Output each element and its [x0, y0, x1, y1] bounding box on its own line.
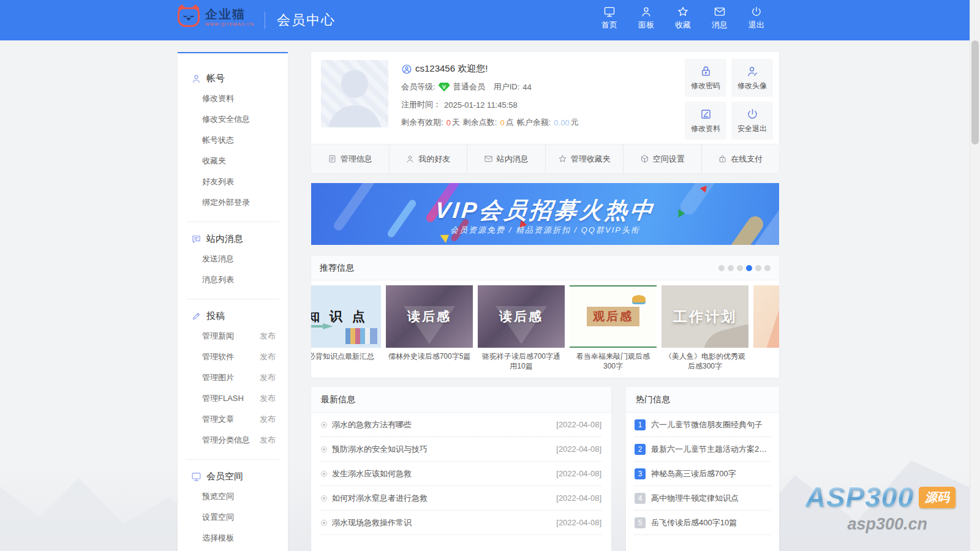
hot-item[interactable]: 2 最新六一儿童节主题活动方案2020	[635, 437, 771, 462]
carousel-dot[interactable]	[737, 265, 743, 271]
carousel-dot[interactable]	[728, 265, 734, 271]
news-item[interactable]: 如何对溺水窒息者进行急救 [2022-04-08]	[321, 486, 601, 511]
sidebar-item-edit-security[interactable]: 修改安全信息	[178, 109, 288, 130]
sidebar-item-manage-news[interactable]: 管理新闻发布	[178, 326, 288, 347]
carousel-dot-active[interactable]	[746, 265, 752, 271]
brand-logo[interactable]: 企业猫 WWW.QIYEMAO.CN	[178, 7, 254, 27]
level-value: 普通会员	[453, 81, 485, 92]
news-item[interactable]: 溺水的急救方法有哪些 [2022-04-08]	[321, 413, 601, 437]
tab-manage-info[interactable]: 管理信息	[311, 144, 389, 173]
publish-link[interactable]: 发布	[260, 435, 276, 446]
section-title: 投稿	[206, 310, 225, 322]
rank-badge: 2	[635, 444, 646, 455]
section-title: 站内消息	[206, 233, 243, 245]
publish-link[interactable]: 发布	[260, 372, 276, 383]
page-scrollbar-track[interactable]	[970, 0, 980, 551]
recommend-card-3[interactable]: 读后感 骆驼祥子读后感700字通用10篇	[478, 285, 565, 372]
vip-banner[interactable]: VIP会员招募火热中 会员资源免费 / 精品资源折扣 / QQ群VIP头衔	[311, 183, 779, 245]
publish-link[interactable]: 发布	[260, 331, 276, 342]
main-content: cs123456 欢迎您! 会员等级: 普通会员 用户ID: 44 注册时间： …	[311, 52, 779, 551]
nav-item-panel[interactable]: 面板	[631, 6, 662, 31]
tab-my-friends[interactable]: 我的好友	[389, 144, 467, 173]
page-scrollbar-thumb[interactable]	[971, 40, 979, 144]
sidebar-item-friend-list[interactable]: 好友列表	[178, 171, 288, 192]
carousel-dot[interactable]	[764, 265, 771, 271]
welcome-line: cs123456 欢迎您!	[401, 63, 579, 75]
header-nav: 首页 面板 收藏 消息 退出	[594, 6, 772, 31]
nav-item-home[interactable]: 首页	[594, 6, 625, 31]
sidebar-item-message-list[interactable]: 消息列表	[178, 269, 288, 290]
news-item[interactable]: 预防溺水的安全知识与技巧 [2022-04-08]	[321, 437, 601, 462]
watermark-brand: ASP300	[805, 481, 914, 514]
publish-link[interactable]: 发布	[260, 351, 276, 362]
cat-logo-icon	[178, 7, 200, 27]
sidebar-item-favorites-folder[interactable]: 收藏夹	[178, 151, 288, 171]
sidebar-item-manage-classified[interactable]: 管理分类信息发布	[178, 430, 288, 451]
sidebar-item-manage-flash[interactable]: 管理FLASH发布	[178, 388, 288, 409]
safe-logout-button[interactable]: 安全退出	[731, 102, 773, 140]
recommend-card-1[interactable]: 知 识 点 史必背知识点最新汇总	[311, 285, 381, 372]
points-value: 0	[500, 118, 504, 127]
sidebar-item-choose-template[interactable]: 选择模板	[178, 528, 288, 549]
news-item[interactable]: 发生溺水应该如何急救 [2022-04-08]	[321, 462, 601, 486]
recommend-card-2[interactable]: 读后感 儒林外史读后感700字5篇	[386, 285, 473, 372]
edit-profile-button[interactable]: 修改资料	[685, 102, 726, 140]
thumbnail-holiday	[753, 285, 779, 348]
card-caption: 史必背知识点最新汇总	[311, 351, 380, 372]
hot-item[interactable]: 5 岳飞传读后感400字10篇	[635, 511, 771, 535]
rank-badge: 1	[635, 419, 646, 430]
vip-gem-icon	[439, 83, 450, 92]
sidebar-item-setup-space[interactable]: 设置空间	[178, 507, 288, 528]
user-icon	[405, 154, 415, 163]
banner-title: VIP会员招募火热中	[311, 195, 779, 226]
news-date: [2022-04-08]	[556, 444, 601, 454]
change-password-button[interactable]: 修改密码	[685, 59, 726, 97]
hot-item[interactable]: 1 六一儿童节微信朋友圈经典句子	[635, 413, 771, 437]
asp300-watermark: ASP300 源码 asp300.cn	[805, 481, 956, 534]
nav-item-messages[interactable]: 消息	[704, 6, 735, 31]
tab-online-payment[interactable]: 在线支付	[701, 144, 780, 173]
bullet-icon	[321, 446, 327, 452]
profile-actions: 修改密码 修改头像 修改资料 安全退出	[685, 59, 773, 140]
nav-item-logout[interactable]: 退出	[741, 6, 772, 31]
recommend-card-4[interactable]: 观后感 看当幸福来敲门观后感300字	[570, 285, 657, 372]
member-center-page: 企业猫 WWW.QIYEMAO.CN 会员中心 首页 面板 收藏 消息	[0, 0, 980, 551]
sidebar-item-manage-articles[interactable]: 管理文章发布	[178, 409, 288, 430]
sidebar-item-manage-software[interactable]: 管理软件发布	[178, 347, 288, 367]
sidebar-item-send-message[interactable]: 发送消息	[178, 249, 288, 269]
sidebar-item-bind-external[interactable]: 绑定外部登录	[178, 192, 288, 213]
tab-manage-favorites[interactable]: 管理收藏夹	[545, 144, 624, 173]
star-icon	[677, 6, 689, 18]
carousel-dot[interactable]	[718, 265, 725, 271]
sidebar-item-manage-images[interactable]: 管理图片发布	[178, 367, 288, 388]
hot-item[interactable]: 3 神秘岛高三读后感700字	[635, 462, 771, 486]
recommend-card-5[interactable]: 工作计划 《美人鱼》电影的优秀观后感300字	[662, 285, 748, 372]
sidebar-item-edit-profile[interactable]: 修改资料	[178, 88, 288, 109]
tab-space-settings[interactable]: 空间设置	[623, 144, 701, 173]
news-date: [2022-04-08]	[556, 493, 601, 503]
sidebar-item-manage-comments[interactable]: 管理留言	[178, 549, 288, 551]
news-item[interactable]: 溺水现场急救操作常识 [2022-04-08]	[321, 511, 601, 535]
tab-site-messages[interactable]: 站内消息	[467, 144, 545, 173]
bullet-icon	[321, 520, 327, 526]
nav-item-favorites[interactable]: 收藏	[668, 6, 698, 31]
monitor-icon	[603, 6, 616, 18]
sidebar-section-account: 帐号	[178, 62, 288, 88]
publish-link[interactable]: 发布	[260, 414, 276, 425]
thumbnail-review: 读后感	[478, 285, 565, 348]
latest-info-panel: 最新信息 溺水的急救方法有哪些 [2022-04-08] 预防溺水的安全知识与技…	[311, 387, 611, 551]
hot-item[interactable]: 4 高中物理牛顿定律知识点	[635, 486, 771, 511]
avatar	[321, 60, 388, 127]
welcome-text: cs123456 欢迎您!	[415, 63, 488, 75]
points-label: 剩余点数:	[463, 117, 497, 128]
recommend-card-6[interactable]: 假期社	[753, 285, 779, 372]
publish-link[interactable]: 发布	[260, 393, 276, 404]
change-avatar-button[interactable]: 修改头像	[731, 59, 773, 97]
sidebar-item-preview-space[interactable]: 预览空间	[178, 486, 288, 507]
carousel-dot[interactable]	[755, 265, 761, 271]
section-title: 会员空间	[206, 471, 243, 482]
sidebar-item-account-status[interactable]: 帐号状态	[178, 130, 288, 151]
sidebar: 帐号 修改资料 修改安全信息 帐号状态 收藏夹 好友列表 绑定外部登录 站内消息…	[178, 52, 288, 551]
sidebar-section-submission: 投稿	[178, 299, 288, 326]
nav-label: 收藏	[675, 20, 691, 31]
